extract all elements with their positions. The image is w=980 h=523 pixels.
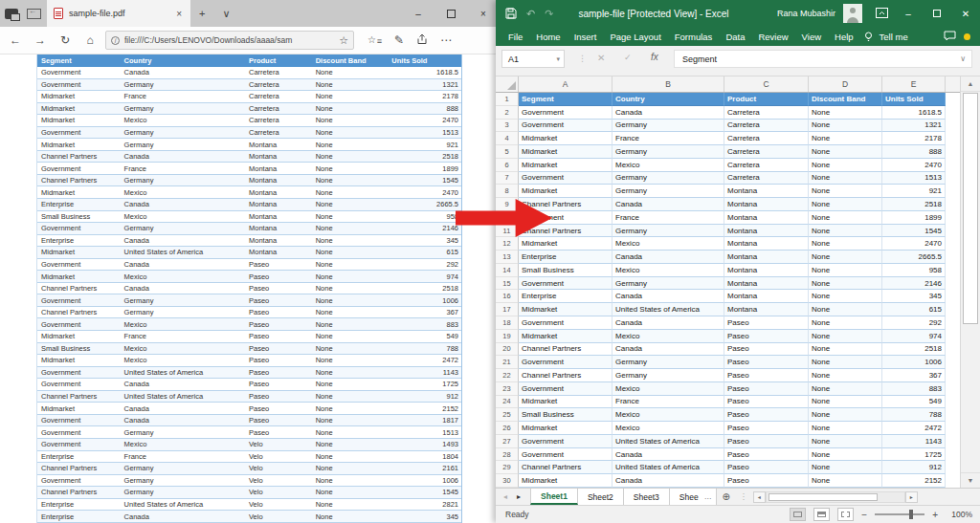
grid-cell[interactable]: Mexico: [612, 408, 724, 422]
avatar[interactable]: [843, 4, 862, 23]
grid-cell[interactable]: Paseo: [724, 369, 809, 382]
row-header[interactable]: 8: [496, 185, 519, 198]
sheet-tab-sheet3[interactable]: Sheet3: [624, 489, 670, 505]
confirm-entry-icon[interactable]: ✓: [624, 53, 632, 62]
row-header[interactable]: 24: [496, 396, 519, 409]
undo-icon[interactable]: ↶: [526, 8, 535, 20]
row-header[interactable]: 3: [496, 120, 519, 133]
grid-cell[interactable]: 1321: [882, 120, 946, 133]
grid-cell[interactable]: None: [809, 132, 882, 145]
tab-home[interactable]: Home: [529, 32, 567, 42]
column-header-E[interactable]: E: [882, 76, 946, 92]
grid-cell[interactable]: Paseo: [724, 396, 809, 409]
grid-cell[interactable]: Small Business: [519, 408, 612, 422]
sheet-nav-right-icon[interactable]: ▸: [517, 492, 521, 501]
grid-cell[interactable]: 2472: [882, 422, 946, 435]
grid-cell[interactable]: 2518: [882, 198, 946, 211]
zoom-out-icon[interactable]: −: [861, 510, 867, 520]
sheet-tab-sheet1[interactable]: Sheet1: [530, 489, 578, 505]
vertical-scrollbar[interactable]: ▲ ▼: [960, 76, 980, 488]
grid-cell[interactable]: None: [809, 461, 882, 474]
grid-cell[interactable]: None: [809, 106, 882, 120]
grid-cell[interactable]: Enterprise: [519, 251, 612, 264]
excel-minimize-button[interactable]: –: [894, 0, 923, 27]
grid-cell[interactable]: Canada: [612, 474, 724, 488]
grid-cell[interactable]: Country: [612, 93, 724, 106]
row-header[interactable]: 12: [496, 237, 519, 251]
grid-cell[interactable]: 1513: [882, 172, 946, 185]
grid-cell[interactable]: Montana: [724, 225, 809, 238]
column-header-D[interactable]: D: [809, 76, 882, 92]
excel-maximize-button[interactable]: [923, 0, 951, 27]
grid-cell[interactable]: None: [809, 237, 882, 251]
grid-cell[interactable]: None: [809, 120, 882, 133]
grid-cell[interactable]: Mexico: [612, 159, 724, 172]
grid-cell[interactable]: 1143: [882, 435, 946, 448]
grid-cell[interactable]: Midmarket: [519, 330, 612, 343]
grid-cell[interactable]: 292: [882, 316, 946, 330]
name-box[interactable]: A1 ▾: [501, 50, 565, 68]
row-header[interactable]: 29: [496, 461, 519, 474]
grid-cell[interactable]: Midmarket: [519, 159, 612, 172]
grid-cell[interactable]: Paseo: [724, 356, 809, 369]
grid-cell[interactable]: Germany: [612, 145, 724, 159]
edge-minimize-button[interactable]: –: [402, 0, 434, 27]
grid-cell[interactable]: None: [809, 435, 882, 448]
grid-cell[interactable]: Midmarket: [519, 145, 612, 159]
comment-icon[interactable]: [944, 28, 956, 45]
grid-cell[interactable]: Midmarket: [519, 237, 612, 251]
add-favorite-icon[interactable]: ☆: [339, 34, 348, 47]
row-header[interactable]: 26: [496, 422, 519, 435]
row-header[interactable]: 27: [496, 435, 519, 448]
select-all-corner[interactable]: [496, 76, 519, 92]
page-info-icon[interactable]: i: [111, 36, 120, 45]
grid-cell[interactable]: Midmarket: [519, 422, 612, 435]
row-header[interactable]: 23: [496, 382, 519, 396]
grid-cell[interactable]: 1725: [882, 448, 946, 462]
grid-cell[interactable]: Segment: [519, 93, 612, 106]
horizontal-scroll-track[interactable]: [766, 491, 905, 503]
row-header[interactable]: 9: [496, 198, 519, 211]
web-notes-pen-icon[interactable]: ✎: [394, 33, 404, 47]
grid-cell[interactable]: None: [809, 356, 882, 369]
excel-close-button[interactable]: ✕: [951, 0, 980, 27]
tabs-set-aside-icon[interactable]: [5, 9, 18, 19]
hidden-sheets-ellipsis[interactable]: …: [701, 489, 717, 505]
vertical-scroll-thumb[interactable]: [963, 93, 978, 324]
grid-cell[interactable]: Channel Partners: [519, 343, 612, 357]
grid-cell[interactable]: 345: [882, 290, 946, 303]
row-header[interactable]: 5: [496, 145, 519, 159]
grid-cell[interactable]: Small Business: [519, 264, 612, 277]
grid-cell[interactable]: None: [809, 396, 882, 409]
grid-cell[interactable]: Canada: [612, 343, 724, 357]
grid-cell[interactable]: United States of America: [612, 461, 724, 474]
grid-cell[interactable]: Carretera: [724, 159, 809, 172]
grid-cell[interactable]: Government: [519, 120, 612, 133]
grid-cell[interactable]: Government: [519, 316, 612, 330]
grid-cell[interactable]: None: [809, 316, 882, 330]
row-header[interactable]: 18: [496, 316, 519, 330]
column-header-B[interactable]: B: [612, 76, 724, 92]
grid-cell[interactable]: Paseo: [724, 330, 809, 343]
grid-cell[interactable]: Midmarket: [519, 185, 612, 198]
row-header[interactable]: 25: [496, 408, 519, 422]
grid-cell[interactable]: United States of America: [612, 435, 724, 448]
grid-cell[interactable]: 2178: [882, 132, 946, 145]
grid-cell[interactable]: Mexico: [612, 382, 724, 396]
insert-function-icon[interactable]: fx: [651, 52, 658, 62]
grid-cell[interactable]: None: [809, 225, 882, 238]
grid-cell[interactable]: Mexico: [612, 264, 724, 277]
row-header[interactable]: 30: [496, 474, 519, 488]
grid-cell[interactable]: France: [612, 396, 724, 409]
grid-cell[interactable]: Canada: [612, 251, 724, 264]
grid-cell[interactable]: None: [809, 330, 882, 343]
address-bar[interactable]: i file:///C:/Users/LENOVO/Downloads/aaaa…: [105, 31, 354, 50]
url-text[interactable]: file:///C:/Users/LENOVO/Downloads/aaaa/s…: [124, 35, 334, 45]
page-layout-view-icon[interactable]: [813, 508, 830, 521]
grid-cell[interactable]: Government: [519, 382, 612, 396]
expand-formula-bar-icon[interactable]: ∨: [960, 54, 971, 63]
grid-cell[interactable]: None: [809, 422, 882, 435]
grid-cell[interactable]: Units Sold: [882, 93, 946, 106]
tab-review[interactable]: Review: [751, 32, 794, 42]
grid-cell[interactable]: None: [809, 369, 882, 382]
